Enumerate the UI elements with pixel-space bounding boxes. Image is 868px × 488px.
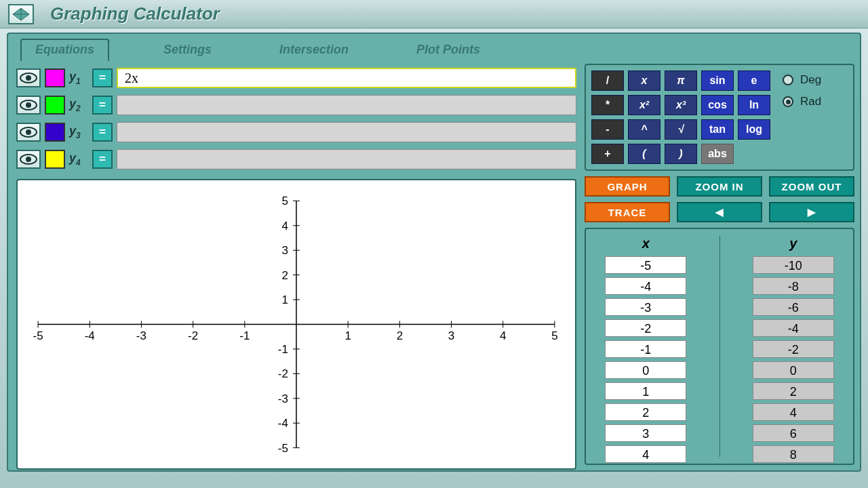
keypad-key[interactable]: / [591,70,624,91]
zoom-out-button[interactable]: ZOOM OUT [769,176,854,197]
table-y-cell: 8 [753,445,834,463]
tab-bar: Equations Settings Intersection Plot Poi… [11,37,857,61]
xy-table: x -5-4-3-2-101234 y -10-8-6-4-202468 [585,228,854,465]
trace-button[interactable]: TRACE [585,202,670,222]
radio-rad[interactable]: Rad [783,95,821,108]
table-x-cell[interactable]: -1 [605,340,686,358]
keypad-key[interactable]: tan [701,119,734,140]
svg-point-6 [26,102,31,108]
svg-text:-4: -4 [85,329,96,342]
keypad-panel: /xπsine*x²x³cosln-^√tanlog+()abs Deg Rad [585,64,854,171]
equation-input[interactable] [117,149,576,169]
app-logo-icon [8,4,34,24]
keypad-key[interactable]: ln [738,95,770,115]
table-x-cell[interactable]: 4 [605,445,686,463]
equation-label: y3 [69,124,88,140]
keypad-key[interactable]: ( [628,144,660,164]
eye-icon [20,73,37,83]
equals-button[interactable]: = [92,150,113,169]
equals-button[interactable]: = [92,96,113,115]
keypad-grid: /xπsine*x²x³cosln-^√tanlog+()abs [591,70,770,164]
keypad-key[interactable]: π [665,70,697,91]
eye-icon [20,154,37,165]
table-x-cell[interactable]: -4 [605,277,686,295]
radio-rad-label: Rad [800,95,821,108]
equation-input[interactable] [117,95,576,115]
keypad-key[interactable]: x³ [665,95,697,115]
svg-text:5: 5 [551,329,557,342]
table-x-cell[interactable]: -5 [605,256,686,274]
table-x-cell[interactable]: 0 [605,361,686,379]
table-y-cell: 0 [753,361,834,379]
svg-text:4: 4 [282,220,289,232]
keypad-key[interactable]: x² [628,95,660,115]
svg-text:-2: -2 [188,329,198,342]
svg-text:4: 4 [500,329,507,342]
keypad-key[interactable]: + [591,144,624,164]
table-divider [719,236,720,457]
trace-right-button[interactable]: ▶ [769,202,854,222]
table-x-cell[interactable]: 3 [605,424,686,442]
radio-deg[interactable]: Deg [783,73,821,87]
equals-button[interactable]: = [92,68,113,87]
equation-row: y2 = [16,94,576,117]
plot-area[interactable]: -5-4-3-2-112345-5-4-3-2-112345 [16,179,576,470]
angle-mode-group: Deg Rad [777,70,824,164]
main-panel: Equations Settings Intersection Plot Poi… [7,33,861,472]
svg-point-4 [26,75,31,81]
keypad-key[interactable]: cos [701,95,734,115]
tab-intersection[interactable]: Intersection [266,40,362,61]
svg-text:-1: -1 [239,329,250,342]
keypad-key[interactable]: - [591,119,624,140]
keypad-key[interactable]: √ [665,119,697,140]
svg-text:2: 2 [397,329,403,342]
table-x-cell[interactable]: -2 [605,319,686,337]
content-area: y1 = y2 = y3 = [11,61,857,468]
tab-equations[interactable]: Equations [20,39,109,61]
zoom-in-button[interactable]: ZOOM IN [677,176,762,197]
titlebar: Graphing Calculator [0,0,868,28]
keypad-key[interactable]: * [591,95,624,115]
visibility-toggle[interactable] [16,96,41,115]
visibility-toggle[interactable] [16,123,41,142]
table-x-cell[interactable]: 2 [605,403,686,421]
table-x-cell[interactable]: 1 [605,382,686,400]
equation-row: y3 = [16,121,576,144]
table-y-cell: 4 [753,403,834,421]
table-y-cell: -4 [753,319,834,337]
equation-input[interactable] [117,122,576,142]
svg-text:1: 1 [282,293,288,306]
svg-text:-5: -5 [33,329,43,342]
series-color-swatch[interactable] [45,68,65,87]
equation-input[interactable] [117,68,576,88]
keypad-key[interactable]: e [738,70,770,91]
series-color-swatch[interactable] [45,150,65,169]
keypad-key[interactable]: sin [701,70,734,91]
svg-text:1: 1 [344,329,351,342]
svg-text:-2: -2 [278,367,288,380]
table-y-cell: -8 [753,277,834,295]
series-color-swatch[interactable] [45,96,65,115]
keypad-key[interactable]: abs [701,144,734,164]
trace-left-button[interactable]: ◀ [677,202,762,222]
table-x-header: x [642,236,650,251]
table-x-cell[interactable]: -3 [605,298,686,316]
eye-icon [20,100,37,110]
series-color-swatch[interactable] [45,123,65,142]
visibility-toggle[interactable] [16,68,41,87]
table-y-header: y [789,236,797,251]
keypad-key[interactable]: log [738,119,770,140]
table-y-cell: 2 [753,382,834,400]
table-y-cell: 6 [753,424,834,442]
tab-settings[interactable]: Settings [150,40,225,61]
tab-plot-points[interactable]: Plot Points [403,40,494,61]
keypad-key[interactable]: ^ [628,119,660,140]
equals-button[interactable]: = [92,123,113,142]
eye-icon [20,127,37,138]
keypad-key[interactable]: ) [665,144,697,164]
equation-list: y1 = y2 = y3 = [14,64,579,174]
keypad-key[interactable]: x [628,70,660,91]
visibility-toggle[interactable] [16,150,41,169]
svg-text:-1: -1 [278,343,288,356]
graph-button[interactable]: GRAPH [585,176,670,197]
